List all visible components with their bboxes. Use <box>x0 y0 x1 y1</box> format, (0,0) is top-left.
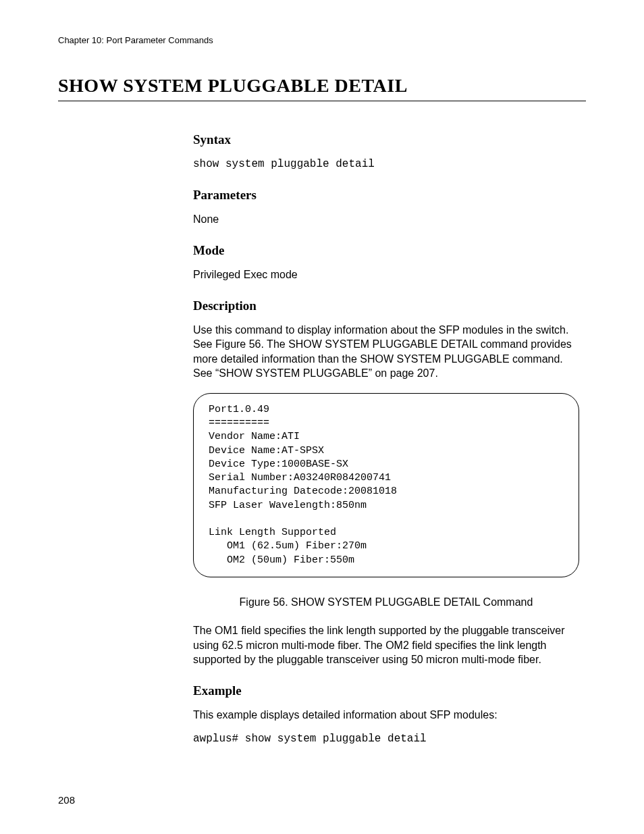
command-title: SHOW SYSTEM PLUGGABLE DETAIL <box>58 75 586 101</box>
example-text: This example displays detailed informati… <box>193 708 579 723</box>
figure-code: Port1.0.49 ========== Vendor Name:ATI De… <box>209 403 564 567</box>
example-code: awplus# show system pluggable detail <box>193 731 579 746</box>
syntax-code: show system pluggable detail <box>193 157 579 172</box>
mode-text: Privileged Exec mode <box>193 267 579 282</box>
parameters-text: None <box>193 212 579 227</box>
figure-output-box: Port1.0.49 ========== Vendor Name:ATI De… <box>193 393 579 577</box>
figure-caption: Figure 56. SHOW SYSTEM PLUGGABLE DETAIL … <box>193 596 579 608</box>
example-heading: Example <box>193 683 579 698</box>
mode-heading: Mode <box>193 243 579 258</box>
description-text-2: The OM1 field specifies the link length … <box>193 623 579 667</box>
page-number: 208 <box>58 794 586 806</box>
running-head: Chapter 10: Port Parameter Commands <box>58 35 586 45</box>
parameters-heading: Parameters <box>193 188 579 203</box>
description-text: Use this command to display information … <box>193 323 579 381</box>
content-body: Syntax show system pluggable detail Para… <box>193 132 579 747</box>
description-heading: Description <box>193 298 579 313</box>
syntax-heading: Syntax <box>193 132 579 147</box>
